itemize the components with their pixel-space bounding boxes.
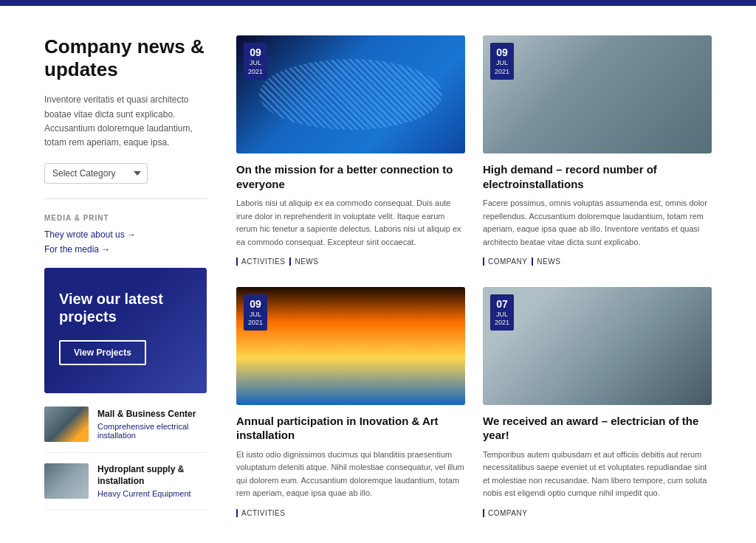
project-item-2: Hydroplant supply & installation Heavy C… [44,463,207,510]
tag-news-1: NEWS [289,257,318,266]
for-media-link[interactable]: For the media → [44,244,207,255]
news-tags-2: COMPANY NEWS [483,257,712,266]
project-thumb-2 [44,463,89,499]
sidebar-description: Inventore veritatis et quasi architecto … [44,93,207,150]
promo-content: View our latest projects View Projects [59,290,192,365]
divider-1 [44,198,207,199]
project-category-1: Comprehensive electrical installation [97,422,207,440]
date-badge-4: 07 JUL 2021 [490,294,514,331]
project-info-1: Mall & Business Center Comprehensive ele… [97,409,207,440]
tag-activities-3: ACTIVITIES [236,509,285,517]
date-badge-1: 09 JUL 2021 [244,43,267,80]
page-wrapper: Company news & updates Inventore veritat… [0,0,756,543]
media-section-label: MEDIA & PRINT [44,214,207,222]
project-list: Mall & Business Center Comprehensive ele… [44,407,207,510]
project-name-2: Hydroplant supply & installation [97,464,207,487]
category-select[interactable]: Select Category Activities Company News [44,163,148,184]
sidebar-title: Company news & updates [44,35,207,81]
project-info-2: Hydroplant supply & installation Heavy C… [97,464,207,498]
news-img-wrap-3: 09 JUL 2021 [236,287,465,405]
sidebar: Company news & updates Inventore veritat… [44,35,207,520]
news-body-2: Facere possimus, omnis voluptas assumend… [483,197,712,249]
main-layout: Company news & updates Inventore veritat… [44,35,712,520]
tag-activities-1: ACTIVITIES [236,257,285,266]
project-item-1: Mall & Business Center Comprehensive ele… [44,407,207,453]
news-img-wrap-2: 09 JUL 2021 [483,35,712,153]
news-card-3: 09 JUL 2021 Annual participation in Inov… [236,287,465,521]
news-img-wrap-4: 07 JUL 2021 [483,287,712,405]
news-img-wrap-1: 09 JUL 2021 [236,35,465,153]
news-tags-3: ACTIVITIES [236,509,465,517]
news-tags-4: COMPANY [483,509,712,517]
promo-title: View our latest projects [59,290,192,325]
news-title-1: On the mission for a better connection t… [236,162,465,191]
view-projects-button[interactable]: View Projects [59,340,146,365]
project-name-1: Mall & Business Center [97,409,207,421]
news-tags-1: ACTIVITIES NEWS [236,257,465,266]
news-body-4: Temporibus autem quibusdam et aut offici… [483,449,712,500]
news-card-1: 09 JUL 2021 On the mission for a better … [236,35,465,269]
news-grid: 09 JUL 2021 On the mission for a better … [236,35,712,520]
news-title-3: Annual participation in Inovation & Art … [236,414,465,443]
promo-box: View our latest projects View Projects [44,268,207,393]
tag-news-2: NEWS [532,257,560,266]
project-thumb-1 [44,407,89,442]
news-title-2: High demand – record number of electroin… [483,162,712,191]
date-badge-2: 09 JUL 2021 [490,43,514,80]
date-badge-3: 09 JUL 2021 [244,294,267,331]
project-category-2: Heavy Current Equipment [97,489,207,498]
news-body-3: Et iusto odio dignissimos ducimus qui bl… [236,449,465,500]
tag-company-4: COMPANY [483,509,527,517]
news-body-1: Laboris nisi ut aliquip ex ea commodo co… [236,197,465,249]
news-card-2: 09 JUL 2021 High demand – record number … [483,35,712,269]
tag-company-2: COMPANY [483,257,527,266]
they-wrote-link[interactable]: They wrote about us → [44,229,207,240]
news-card-4: 07 JUL 2021 We received an award – elect… [483,287,712,521]
news-title-4: We received an award – electrician of th… [483,414,712,443]
